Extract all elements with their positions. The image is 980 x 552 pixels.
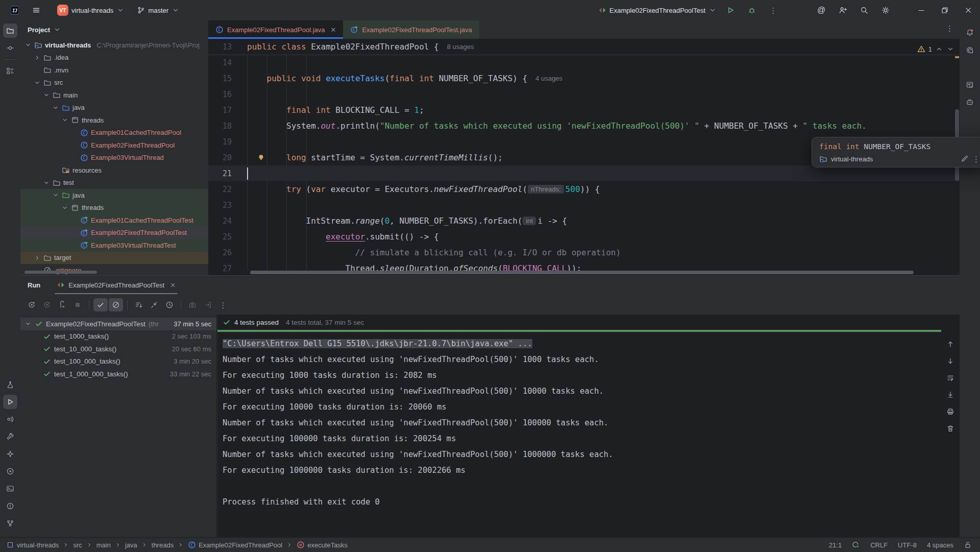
code-line[interactable]: 24IntStream.range(0, NUMBER_OF_TASKS).fo…: [208, 213, 960, 229]
tool-strip-button-ai[interactable]: [963, 43, 977, 57]
tree-item[interactable]: main: [20, 89, 208, 102]
tool-strip-button-project-folder[interactable]: [3, 23, 17, 38]
ignore-toggle-button[interactable]: [109, 298, 123, 311]
code-line[interactable]: 18System.out.println("Number of tasks wh…: [208, 118, 960, 134]
collapse-all-button[interactable]: [147, 298, 161, 311]
tool-strip-button-robot[interactable]: [963, 95, 977, 109]
prev-problem-icon[interactable]: [935, 45, 943, 53]
tree-chevron[interactable]: [34, 254, 41, 261]
editor-tab[interactable]: CExample02FixedThreadPool.java✕: [208, 20, 343, 39]
tool-strip-button-endpoints[interactable]: [3, 412, 17, 426]
tool-strip-button-services[interactable]: [3, 464, 17, 478]
breadcrumb-item[interactable]: CExample02FixedThreadPool: [188, 541, 282, 549]
tree-item[interactable]: .idea: [20, 52, 208, 64]
tree-item[interactable]: java: [20, 189, 208, 202]
tool-strip-button-plugins[interactable]: [3, 447, 17, 461]
code-line[interactable]: 13public class Example02FixedThreadPool …: [208, 39, 960, 55]
tool-strip-button-problems[interactable]: [3, 499, 17, 513]
test-item[interactable]: test_100_000_tasks()3 min 20 sec: [20, 355, 216, 368]
tree-chevron[interactable]: [24, 41, 32, 49]
code-line[interactable]: 17final int BLOCKING_CALL = 1;: [208, 102, 960, 118]
arrow-up-button[interactable]: [944, 338, 957, 350]
usages-hint[interactable]: 8 usages: [447, 43, 474, 51]
run-tab[interactable]: Example02FixedThreadPoolTest ✕: [52, 276, 181, 294]
main-menu-button[interactable]: [26, 3, 47, 18]
tree-item[interactable]: .mvn: [20, 64, 208, 77]
run-configuration-selector[interactable]: Example02FixedThreadPoolTest: [595, 3, 720, 18]
ai-assistant-button[interactable]: @: [811, 3, 832, 18]
code-line[interactable]: 25executor.submit(() -> {: [208, 229, 960, 245]
more-run-options-button[interactable]: ⋮: [763, 3, 784, 18]
tree-item[interactable]: java: [20, 102, 208, 114]
breadcrumb-item[interactable]: main: [96, 541, 111, 549]
trash-button[interactable]: [944, 422, 957, 435]
tool-strip-button-structure[interactable]: [3, 64, 17, 78]
test-root-row[interactable]: Example02FixedThreadPoolTest (thr37 min …: [20, 318, 216, 330]
close-tab-icon[interactable]: ✕: [331, 26, 336, 34]
run-button[interactable]: [720, 3, 741, 18]
rerun-failed-button[interactable]: [40, 298, 54, 311]
tool-strip-button-bell[interactable]: [963, 26, 977, 40]
test-item[interactable]: test_10_000_tasks()20 sec 60 ms: [20, 343, 216, 355]
next-problem-icon[interactable]: [946, 45, 954, 53]
code-line[interactable]: 21: [208, 165, 960, 181]
close-button[interactable]: [957, 0, 980, 20]
tree-item[interactable]: target: [20, 252, 208, 265]
tree-chevron[interactable]: [34, 79, 41, 86]
breadcrumb-item[interactable]: threads: [152, 541, 174, 549]
soft-wrap-button[interactable]: [944, 372, 957, 384]
tool-strip-button-commit[interactable]: [3, 41, 17, 55]
tool-strip-button-notes[interactable]: [963, 78, 977, 92]
code-line[interactable]: 14: [208, 55, 960, 70]
code-line[interactable]: 26// simulate a blicking call (e.g. I/O …: [208, 245, 960, 260]
lock-open-icon[interactable]: [964, 541, 972, 549]
close-run-tab-icon[interactable]: ✕: [170, 281, 176, 289]
line-ending[interactable]: CRLF: [870, 541, 888, 549]
tool-strip-button-git2[interactable]: [3, 516, 17, 531]
export-button[interactable]: [201, 298, 215, 311]
tool-strip-button-maven[interactable]: [963, 60, 977, 75]
intention-bulb-icon[interactable]: [257, 154, 265, 163]
tree-item[interactable]: threads: [20, 202, 208, 214]
snapshot-button[interactable]: [185, 298, 200, 311]
minimize-button[interactable]: [910, 0, 933, 20]
tree-item[interactable]: test: [20, 177, 208, 189]
arrow-down-button[interactable]: [944, 355, 957, 367]
restore-button[interactable]: [933, 0, 957, 20]
tree-chevron[interactable]: [61, 116, 68, 124]
inspections-widget[interactable]: 1: [917, 45, 954, 53]
scroll-end-button[interactable]: [944, 389, 957, 401]
tree-item[interactable]: resources: [20, 164, 208, 177]
tree-item[interactable]: CExample02FixedThreadPool: [20, 139, 208, 152]
breadcrumb-item[interactable]: src: [73, 541, 82, 549]
autotest-button[interactable]: [55, 298, 69, 311]
test-item[interactable]: test_1_000_000_tasks()33 min 22 sec: [20, 368, 216, 380]
breadcrumb-item[interactable]: virtual-threads: [6, 541, 59, 549]
tree-item[interactable]: CExample03VirtualThread: [20, 152, 208, 164]
history-button[interactable]: [162, 298, 177, 311]
tree-item[interactable]: CExample01CachedThreadPool: [20, 127, 208, 139]
tab-options-button[interactable]: ⋮: [946, 25, 953, 33]
caret-position[interactable]: 21:1: [829, 541, 842, 549]
rerun-button[interactable]: [24, 298, 39, 311]
search-everywhere-button[interactable]: [853, 3, 875, 18]
settings-button[interactable]: [875, 3, 896, 18]
tree-item[interactable]: CExample02FixedThreadPoolTest: [20, 227, 208, 239]
editor-hscrollbar[interactable]: [250, 271, 914, 274]
printer-button[interactable]: [944, 405, 957, 418]
project-tree-hscrollbar[interactable]: [24, 271, 97, 274]
breadcrumb-item[interactable]: java: [125, 541, 137, 549]
code-with-me-button[interactable]: [832, 3, 853, 18]
tree-item[interactable]: src: [20, 77, 208, 89]
tree-chevron[interactable]: [34, 54, 41, 61]
project-widget[interactable]: VT virtual-threads: [54, 3, 128, 18]
tool-strip-button-run-play[interactable]: [3, 395, 17, 409]
tree-chevron[interactable]: [43, 91, 50, 99]
tree-item[interactable]: virtual-threadsC:\Programiranje\Primeri-…: [20, 39, 208, 52]
tree-chevron[interactable]: [61, 204, 68, 211]
tree-chevron[interactable]: [52, 191, 59, 199]
tree-item[interactable]: CExample01CachedThreadPoolTest: [20, 214, 208, 227]
edit-icon[interactable]: [961, 155, 969, 163]
tree-item[interactable]: CExample03VirtualThreadTest: [20, 239, 208, 252]
kebab-button[interactable]: ⋮: [216, 298, 230, 311]
